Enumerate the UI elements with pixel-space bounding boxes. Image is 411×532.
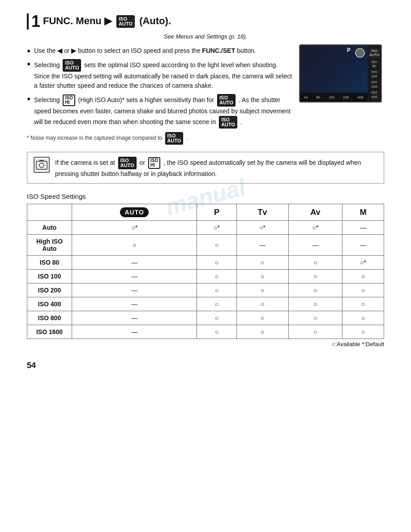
iso-hi-badge-bullet3: ISOHI bbox=[63, 94, 75, 106]
camera-image: ISOAUTO ISO80 ISO100 ISO200 ISO400 HI 80… bbox=[299, 44, 384, 145]
page-number: 54 bbox=[27, 361, 384, 370]
bullet3-text-prefix: Selecting bbox=[34, 96, 60, 103]
row-iso1600-p: ○ bbox=[197, 325, 236, 339]
row-label-iso80: ISO 80 bbox=[27, 256, 72, 270]
row-iso100-p: ○ bbox=[197, 270, 236, 283]
row-iso80-m: ○* bbox=[342, 256, 384, 270]
bullet1-text-middle: button to select an ISO speed and press … bbox=[78, 47, 200, 54]
bottom-bar-hi: HI bbox=[304, 95, 308, 99]
iso-auto-badge-footnote: ISOAUTO bbox=[165, 132, 184, 145]
row-iso800-m: ○ bbox=[342, 311, 384, 325]
bullet1-text-bold: FUNC./SET bbox=[202, 47, 235, 54]
row-iso1600-m: ○ bbox=[342, 325, 384, 339]
left-arrow-icon: ◀ bbox=[57, 47, 64, 54]
svg-point-1 bbox=[39, 163, 44, 167]
note-or: or bbox=[140, 159, 145, 166]
bullet2-text-prefix: Selecting bbox=[34, 61, 60, 69]
th-m: M bbox=[342, 204, 384, 221]
row-label-iso800: ISO 800 bbox=[27, 311, 72, 325]
sidebar-iso-4: ISO400 bbox=[371, 90, 377, 99]
bottom-bar-400: 400 bbox=[357, 95, 363, 99]
row-auto-auto: ○* bbox=[72, 221, 197, 235]
bottom-bar-80: 80 bbox=[316, 95, 320, 99]
row-label-iso400: ISO 400 bbox=[27, 297, 72, 311]
footnote: * Noise may increase in the captured ima… bbox=[27, 132, 292, 145]
row-iso400-m: ○ bbox=[342, 297, 384, 311]
bullet3-text-end: . bbox=[240, 118, 242, 125]
camera-screen-inner: ISOAUTO ISO80 ISO100 ISO200 ISO400 HI 80… bbox=[300, 45, 381, 102]
row-iso200-m: ○ bbox=[342, 283, 384, 297]
row-iso80-tv: ○ bbox=[236, 256, 288, 270]
note-icon bbox=[34, 157, 50, 173]
th-p: P bbox=[197, 204, 236, 221]
table-row: ISO 800 — ○ ○ ○ ○ bbox=[27, 311, 384, 325]
table-row: High ISO Auto ○ ○ — — — bbox=[27, 235, 384, 256]
iso-bottom-bar: HI 80 100 200 400 bbox=[300, 93, 368, 102]
row-iso80-auto: — bbox=[72, 256, 197, 270]
row-iso400-p: ○ bbox=[197, 297, 236, 311]
row-iso800-tv: ○ bbox=[236, 311, 288, 325]
row-iso800-av: ○ bbox=[288, 311, 342, 325]
bullet1-text-suffix: button. bbox=[237, 47, 256, 54]
row-label-auto: Auto bbox=[27, 221, 72, 235]
row-label-iso200: ISO 200 bbox=[27, 283, 72, 297]
th-av: Av bbox=[288, 204, 342, 221]
row-iso400-tv: ○ bbox=[236, 297, 288, 311]
table-row: ISO 100 — ○ ○ ○ ○ bbox=[27, 270, 384, 283]
svg-rect-2 bbox=[39, 160, 44, 162]
row-auto-m: — bbox=[342, 221, 384, 235]
row-auto-p: ○* bbox=[197, 221, 236, 235]
row-iso200-tv: ○ bbox=[236, 283, 288, 297]
step-title-suffix: (Auto). bbox=[139, 15, 171, 26]
row-label-iso100: ISO 100 bbox=[27, 270, 72, 283]
row-iso100-m: ○ bbox=[342, 270, 384, 283]
table-row: ISO 400 — ○ ○ ○ ○ bbox=[27, 297, 384, 311]
bottom-bar-100: 100 bbox=[329, 95, 334, 99]
note-text-content: If the camera is set at ISOAUTO or ISOHI… bbox=[55, 157, 377, 179]
row-high-tv: — bbox=[236, 235, 288, 256]
table-row: Auto ○* ○* ○* ○* — bbox=[27, 221, 384, 235]
sidebar-iso-1: ISO80 bbox=[371, 60, 377, 69]
row-iso200-auto: — bbox=[72, 283, 197, 297]
table-body: Auto ○* ○* ○* ○* — High ISO Auto ○ ○ — —… bbox=[27, 221, 384, 339]
iso-auto-badge-note1: ISOAUTO bbox=[118, 157, 137, 169]
func-menu-arrow: ▶ bbox=[104, 15, 112, 26]
footnote-end: . bbox=[186, 135, 188, 141]
table-row: ISO 1600 — ○ ○ ○ ○ bbox=[27, 325, 384, 339]
bottom-bar-200: 200 bbox=[343, 95, 349, 99]
bullet-list: Use the ◀ or ▶ button to select an ISO s… bbox=[27, 46, 292, 129]
row-iso800-auto: — bbox=[72, 311, 197, 325]
row-iso1600-tv: ○ bbox=[236, 325, 288, 339]
step-title: FUNC. Menu ▶ ISOAUTO (Auto). bbox=[43, 15, 171, 28]
th-auto: AUTO bbox=[72, 204, 197, 221]
see-menus-text: See Menus and Settings (p. 18). bbox=[27, 33, 384, 40]
row-iso200-av: ○ bbox=[288, 283, 342, 297]
table-header-row: AUTO P Tv Av M bbox=[27, 204, 384, 221]
row-high-auto: ○ bbox=[72, 235, 197, 256]
row-high-p: ○ bbox=[197, 235, 236, 256]
iso-sidebar: ISOAUTO ISO80 ISO100 ISO200 ISO400 bbox=[368, 45, 381, 102]
content-left: Use the ◀ or ▶ button to select an ISO s… bbox=[27, 44, 292, 145]
bullet3-text-middle: (High ISO Auto)* sets a higher sensitivi… bbox=[78, 96, 214, 103]
iso-auto-badge-header: ISOAUTO bbox=[116, 15, 137, 26]
row-auto-av: ○* bbox=[288, 221, 342, 235]
footnote-text: * Noise may increase in the captured ima… bbox=[27, 135, 162, 141]
row-auto-tv: ○* bbox=[236, 221, 288, 235]
table-footer: ○:Available *:Default bbox=[27, 341, 384, 348]
row-iso1600-av: ○ bbox=[288, 325, 342, 339]
page-content: manual 1 FUNC. Menu ▶ ISOAUTO (Auto). Se… bbox=[27, 13, 384, 370]
camera-note-icon bbox=[35, 159, 48, 171]
row-iso100-av: ○ bbox=[288, 270, 342, 283]
row-iso200-p: ○ bbox=[197, 283, 236, 297]
iso-speed-table: AUTO P Tv Av M Auto ○* ○* ○* ○* — High I… bbox=[27, 204, 384, 339]
bullet-item-2: Selecting ISOAUTO sets the optimal ISO s… bbox=[27, 59, 292, 90]
step-header: 1 FUNC. Menu ▶ ISOAUTO (Auto). bbox=[27, 13, 384, 30]
table-row: ISO 80 — ○ ○ ○ ○* bbox=[27, 256, 384, 270]
row-iso800-p: ○ bbox=[197, 311, 236, 325]
row-iso80-p: ○ bbox=[197, 256, 236, 270]
sidebar-iso-auto: ISOAUTO bbox=[368, 48, 380, 58]
bullet1-or: or bbox=[64, 47, 69, 54]
row-iso400-av: ○ bbox=[288, 297, 342, 311]
th-tv: Tv bbox=[236, 204, 288, 221]
sidebar-iso-2: ISO100 bbox=[371, 70, 377, 78]
